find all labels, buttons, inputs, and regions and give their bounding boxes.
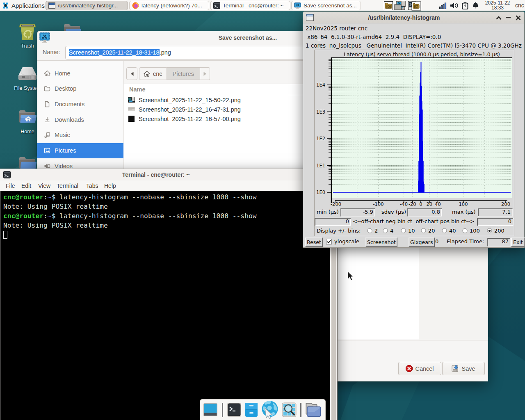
info-line-2: x86_64 6.1.0-30-rt-amd64 2.9.4 DISPLAY=:… <box>306 33 522 41</box>
histogram-titlebar[interactable]: /usr/bin/latency-histogram <box>303 12 524 23</box>
prompt-user: cnc@router <box>3 212 43 220</box>
breadcrumb-home-button[interactable]: cnc <box>139 67 167 80</box>
clock[interactable]: 2025-11-22 18:33 <box>483 1 512 10</box>
screenshot-button[interactable]: Screenshot <box>365 237 397 247</box>
folder-icon <box>305 402 322 418</box>
taskbar-button-3[interactable]: Terminal - cnc@router: ~ <box>210 1 290 10</box>
bell-icon <box>472 2 479 9</box>
dock-item-folder[interactable] <box>305 402 322 418</box>
sidebar-item-label: Documents <box>55 101 84 107</box>
tray-icon-terminal-folder[interactable] <box>408 1 421 10</box>
prompt-path: ~ <box>48 193 52 201</box>
bins-option-label: 10 <box>408 228 415 234</box>
save-icon <box>452 365 459 372</box>
system-info: 22Nov2025 router cnc x86_64 6.1.0-30-rt-… <box>306 24 522 50</box>
home-icon <box>144 71 150 77</box>
radio-icon <box>442 228 447 233</box>
glxgears-button-label: Glxgears <box>410 239 433 245</box>
taskbar-button-1[interactable]: /usr/bin/latency-histogr... <box>46 1 128 10</box>
bins-option-label: 100 <box>470 228 480 234</box>
save-button[interactable]: Save <box>442 362 485 375</box>
bins-radio-10[interactable]: 10 <box>401 228 415 234</box>
bins-radio-20[interactable]: 20 <box>421 228 435 234</box>
name-label: Name: <box>43 49 60 55</box>
tray-icon-windows[interactable] <box>394 1 407 10</box>
show-desktop-icon <box>202 402 219 418</box>
taskbar-button-label: Save screenshot as... <box>304 2 357 9</box>
mouse-cursor <box>347 271 356 282</box>
exit-button[interactable]: Exit <box>511 237 525 247</box>
x-tick-label: 0 <box>419 201 422 207</box>
glxgears-button[interactable]: Glxgears <box>409 237 435 247</box>
shade-button[interactable] <box>494 12 504 23</box>
y-tick-label: 1E2 <box>316 136 325 142</box>
battery-icon <box>462 2 468 9</box>
close-button[interactable] <box>513 12 523 23</box>
terminal-screen[interactable]: cnc@router:~$ latency-histogram --nobase… <box>0 191 331 420</box>
radio-icon <box>367 228 372 233</box>
dock-item-web-browser[interactable] <box>261 400 279 419</box>
terminal-menu-file[interactable]: File <box>6 183 15 189</box>
volume-status-icon[interactable] <box>450 1 459 10</box>
x-tick-label: -40 <box>400 201 408 207</box>
breadcrumb-home-label: cnc <box>153 71 162 77</box>
file-name: Screenshot_2025-11-22_16-57-00.png <box>139 116 241 122</box>
sidebar-item-label: Music <box>55 132 70 138</box>
network-status-icon[interactable] <box>439 1 447 10</box>
breadcrumb-current-button[interactable]: Pictures <box>167 67 200 80</box>
dock-item-terminal[interactable] <box>226 402 242 418</box>
notifications-status-icon[interactable] <box>472 1 480 10</box>
taskbar-button-4[interactable]: Save screenshot as... <box>291 1 361 10</box>
sidebar-item-music[interactable]: Music <box>37 128 123 143</box>
bins-radio-200[interactable]: 200 <box>487 228 504 234</box>
chart-frame: Latency (µs) servo thread (1000.0 µs per… <box>314 50 514 236</box>
terminal-menu-edit[interactable]: Edit <box>21 183 31 189</box>
taskbar-button-label: latency (netowork?) 70... <box>142 2 202 9</box>
x-tick-label: -200 <box>331 201 341 207</box>
sidebar-item-pictures[interactable]: Pictures <box>37 143 123 158</box>
radio-icon <box>487 228 492 233</box>
radio-icon <box>421 228 426 233</box>
cancel-button[interactable]: Cancel <box>398 362 441 375</box>
applications-menu-button[interactable]: Applications <box>0 0 48 11</box>
sidebar-item-documents[interactable]: Documents <box>37 96 123 112</box>
folder-icon <box>62 23 82 31</box>
dock-item-file-manager[interactable] <box>244 402 258 418</box>
min-value: -5.9 <box>340 208 375 217</box>
app-finder-icon <box>281 402 297 418</box>
sidebar-item-label: Pictures <box>55 147 76 154</box>
cancel-icon <box>406 365 413 372</box>
back-button[interactable] <box>126 67 137 80</box>
sidebar-item-downloads[interactable]: Downloads <box>37 112 123 127</box>
sidebar-item-desktop[interactable]: Desktop <box>37 81 123 96</box>
dock-item-show-desktop[interactable] <box>202 402 219 418</box>
ylogscale-checkbox[interactable]: ylogscale <box>326 238 359 244</box>
reset-button[interactable]: Reset <box>305 237 323 247</box>
bins-radio-4[interactable]: 4 <box>383 228 393 234</box>
taskbar-button-2[interactable]: latency (netowork?) 70... <box>129 1 209 10</box>
terminal-titlebar[interactable]: Terminal - cnc@router: ~ <box>0 169 337 180</box>
tray-icon-screenshot-folder[interactable] <box>384 1 393 10</box>
window-icon <box>48 2 55 9</box>
bins-option-label: 20 <box>428 228 435 234</box>
sidebar-item-label: Downloads <box>55 116 84 123</box>
terminal-menu-tabs[interactable]: Tabs <box>86 183 98 189</box>
bins-radio-100[interactable]: 100 <box>462 228 480 234</box>
breadcrumb-current-label: Pictures <box>173 71 194 77</box>
dock-item-app-finder[interactable] <box>281 402 297 418</box>
bins-radio-40[interactable]: 40 <box>442 228 456 234</box>
terminal-menu-help[interactable]: Help <box>104 183 116 189</box>
bins-radio-2[interactable]: 2 <box>367 228 378 234</box>
x-tick-label: -100 <box>373 201 383 207</box>
terminal-menu-terminal[interactable]: Terminal <box>57 183 78 189</box>
bins-label: Display +/- bins: <box>317 228 361 234</box>
breadcrumb-next-button[interactable] <box>200 67 210 80</box>
pictures-icon <box>44 147 50 154</box>
bins-option-label: 200 <box>494 228 504 234</box>
firefox-icon <box>132 2 139 9</box>
battery-status-icon[interactable] <box>462 1 469 10</box>
thumb-gray-icon <box>128 106 135 113</box>
minimize-button[interactable] <box>503 12 513 23</box>
sidebar-item-home[interactable]: Home <box>37 66 123 81</box>
terminal-menu-view[interactable]: View <box>38 183 50 189</box>
